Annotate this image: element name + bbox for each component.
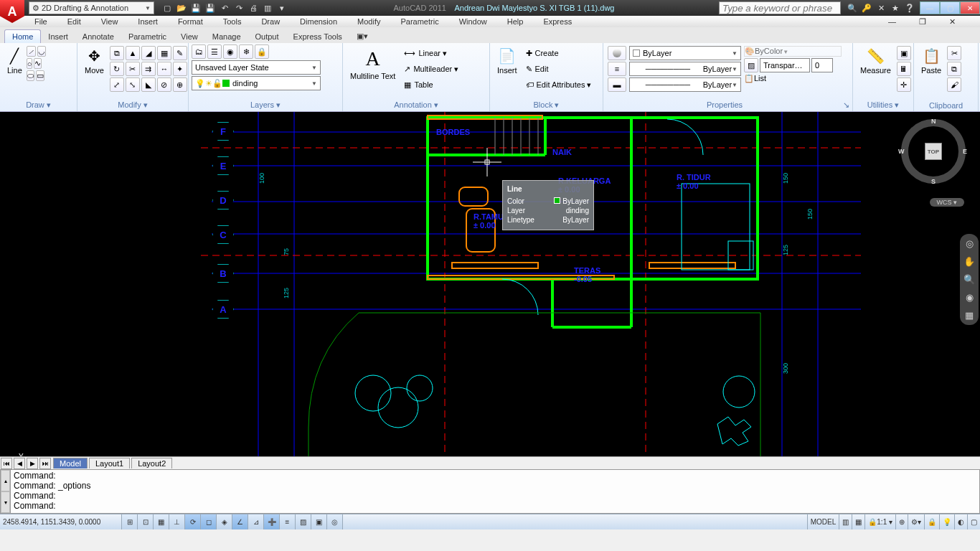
panel-properties-title[interactable]: Properties ↘ bbox=[606, 99, 849, 111]
layer-prop-icon[interactable]: 🗂 bbox=[192, 44, 206, 59]
layout-tab-layout2[interactable]: Layout2 bbox=[131, 458, 172, 468]
doc-minimize[interactable]: — bbox=[888, 17, 896, 27]
qp-icon[interactable]: ▣ bbox=[311, 514, 327, 529]
tab-parametric[interactable]: Parametric bbox=[121, 30, 174, 43]
zoom-extents-icon[interactable]: 🔍 bbox=[963, 274, 975, 285]
linear-dim-button[interactable]: ⟷Linear ▾ bbox=[401, 46, 461, 60]
tab-express-tools[interactable]: Express Tools bbox=[286, 30, 349, 43]
panel-draw-title[interactable]: Draw ▾ bbox=[3, 99, 74, 111]
menu-insert[interactable]: Insert bbox=[138, 17, 158, 26]
calc-icon[interactable]: 🖩 bbox=[897, 62, 911, 76]
panel-modify-title[interactable]: Modify ▾ bbox=[80, 99, 185, 111]
panel-utilities-title[interactable]: Utilities ▾ bbox=[856, 99, 910, 111]
plotstyle-dropdown[interactable]: 🎨ByColor▼ bbox=[744, 46, 842, 57]
menu-express[interactable]: Express bbox=[543, 17, 572, 26]
key-icon[interactable]: 🔑 bbox=[860, 1, 873, 14]
edit-attributes-button[interactable]: 🏷Edit Attributes ▾ bbox=[523, 77, 595, 92]
undo-icon[interactable]: ↶ bbox=[218, 1, 231, 14]
polar-icon[interactable]: ⟳ bbox=[185, 514, 201, 529]
insert-button[interactable]: 📄 Insert bbox=[493, 44, 522, 77]
workspace-dropdown[interactable]: ⚙ 2D Drafting & Annotation ▼ bbox=[29, 1, 154, 14]
tab-home[interactable]: Home bbox=[4, 29, 41, 43]
mtext-button[interactable]: A Multiline Text bbox=[346, 44, 400, 83]
join-icon[interactable]: ⊕ bbox=[173, 77, 187, 92]
trim-icon[interactable]: ✂ bbox=[126, 62, 140, 76]
infocenter-search[interactable] bbox=[719, 1, 841, 14]
tab-last[interactable]: ⏭ bbox=[39, 458, 51, 469]
command-window[interactable]: ▴▾ Command: Command: _options Command: C… bbox=[0, 469, 980, 514]
new-icon[interactable]: ▢ bbox=[161, 1, 174, 14]
linetype-icon[interactable]: ≡ bbox=[608, 62, 626, 76]
ducs-icon[interactable]: ⊿ bbox=[248, 514, 264, 529]
transparency-value[interactable]: 0 bbox=[811, 58, 833, 72]
menu-dimension[interactable]: Dimension bbox=[300, 17, 337, 26]
otrack-icon[interactable]: ∠ bbox=[232, 514, 248, 529]
stretch-icon[interactable]: ⤢ bbox=[110, 77, 124, 92]
layer-freeze-icon[interactable]: ❄ bbox=[239, 44, 253, 59]
extend-icon[interactable]: ↔ bbox=[157, 62, 171, 76]
panel-clipboard-title[interactable]: Clipboard bbox=[917, 100, 975, 111]
menu-draw[interactable]: Draw bbox=[261, 17, 280, 26]
menu-view[interactable]: View bbox=[101, 17, 118, 26]
point-icon[interactable]: ✛ bbox=[897, 77, 911, 92]
minimize-button[interactable]: — bbox=[920, 1, 940, 14]
tab-output[interactable]: Output bbox=[248, 30, 286, 43]
menu-parametric[interactable]: Parametric bbox=[400, 17, 438, 26]
block-edit-button[interactable]: ✎Edit bbox=[523, 62, 595, 76]
orbit-icon[interactable]: ◉ bbox=[966, 292, 974, 303]
tab-annotate[interactable]: Annotate bbox=[75, 30, 121, 43]
lwt-icon[interactable]: ≡ bbox=[280, 514, 296, 529]
redo-icon[interactable]: ↷ bbox=[232, 1, 245, 14]
tab-prev[interactable]: ◀ bbox=[14, 458, 25, 469]
lineweight-dropdown[interactable]: ────────ByLayer▼ bbox=[629, 77, 741, 92]
drawing-area[interactable]: 100 75 125 150 125 150 300 F E D C B A B… bbox=[0, 112, 980, 456]
star-icon[interactable]: ★ bbox=[889, 1, 902, 14]
break-icon[interactable]: ⊘ bbox=[157, 77, 171, 92]
steering-wheel-icon[interactable]: ◎ bbox=[966, 238, 974, 249]
sc-icon[interactable]: ◎ bbox=[327, 514, 343, 529]
menu-help[interactable]: Help bbox=[507, 17, 524, 26]
open-icon[interactable]: 📂 bbox=[175, 1, 188, 14]
transparency-icon[interactable]: ▨ bbox=[744, 58, 758, 72]
scroll-down[interactable]: ▾ bbox=[1, 491, 10, 513]
3dosnap-icon[interactable]: ◈ bbox=[217, 514, 232, 529]
annoscale-toggle[interactable]: ⊕ bbox=[895, 514, 908, 529]
array-icon[interactable]: ▦ bbox=[157, 46, 171, 60]
tab-first[interactable]: ⏮ bbox=[1, 458, 12, 469]
layout-tab-model[interactable]: Model bbox=[53, 458, 88, 468]
rotate-icon[interactable]: ↻ bbox=[110, 62, 124, 76]
workspace-switch[interactable]: ⚙▾ bbox=[908, 514, 924, 529]
grid-icon[interactable]: ▦ bbox=[154, 514, 169, 529]
menu-tools[interactable]: Tools bbox=[223, 17, 242, 26]
close-button[interactable]: ✕ bbox=[960, 1, 980, 14]
line-button[interactable]: ╱ Line bbox=[3, 44, 27, 77]
erase-icon[interactable]: ✎ bbox=[173, 46, 187, 60]
paste-button[interactable]: 📋 Paste bbox=[917, 44, 946, 77]
snap-icon[interactable]: ⊡ bbox=[138, 514, 154, 529]
menu-modify[interactable]: Modify bbox=[357, 17, 380, 26]
coordinates[interactable]: 2458.4914, 1151.3439, 0.0000 bbox=[0, 514, 122, 529]
viewcube[interactable]: TOP N E S W bbox=[901, 119, 966, 184]
model-space-button[interactable]: MODEL bbox=[807, 514, 839, 529]
tpy-icon[interactable]: ▨ bbox=[296, 514, 311, 529]
status-quickview-icon[interactable]: ▦ bbox=[852, 514, 864, 529]
lineweight-icon[interactable]: ▬ bbox=[608, 77, 626, 92]
layer-lock-icon[interactable]: 🔒 bbox=[255, 44, 269, 59]
qat-caret[interactable]: ▾ bbox=[275, 1, 288, 14]
isolate-objects[interactable]: ◐ bbox=[954, 514, 967, 529]
polyline-icon[interactable]: ⟋ bbox=[27, 46, 36, 57]
fillet-icon[interactable]: ◢ bbox=[141, 46, 156, 60]
panel-annotation-title[interactable]: Annotation ▾ bbox=[346, 99, 486, 111]
offset-icon[interactable]: ⇉ bbox=[141, 62, 156, 76]
explode-icon[interactable]: ✦ bbox=[173, 62, 187, 76]
arc-icon[interactable]: ◡ bbox=[37, 46, 46, 57]
chamfer-icon[interactable]: ◣ bbox=[141, 77, 156, 92]
transparency-label[interactable]: Transpar… bbox=[760, 58, 810, 72]
menu-file[interactable]: File bbox=[34, 17, 47, 26]
dyn-icon[interactable]: ➕ bbox=[264, 514, 280, 529]
linetype-dropdown[interactable]: ────────ByLayer▼ bbox=[629, 62, 741, 76]
table-button[interactable]: ▦Table bbox=[401, 77, 461, 92]
circle-icon[interactable]: ○ bbox=[27, 58, 33, 69]
help-icon[interactable]: ❔ bbox=[903, 1, 916, 14]
annotation-scale[interactable]: 🔒 1:1 ▾ bbox=[864, 514, 895, 529]
